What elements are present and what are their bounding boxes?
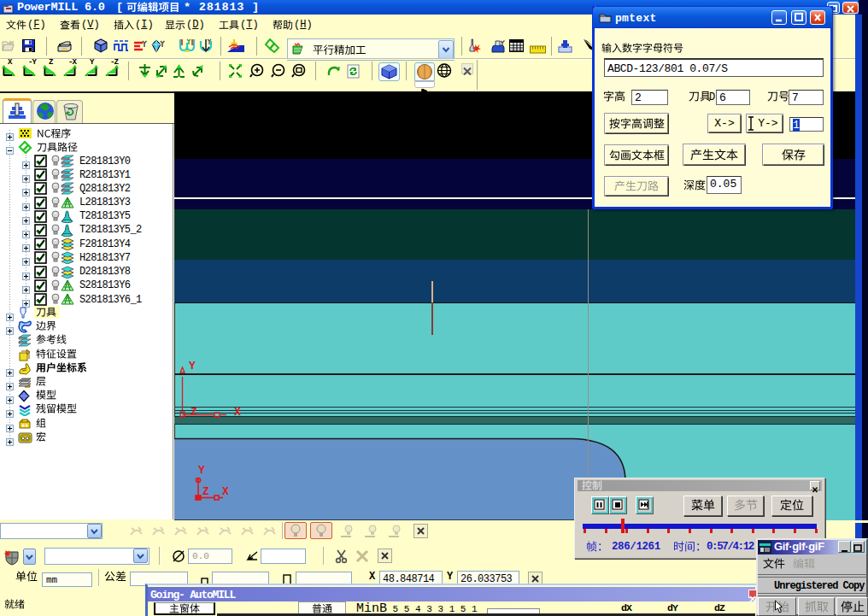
svg-text:Z: Z [202,485,209,498]
svg-text:Y: Y [198,464,205,477]
svg-text:Y: Y [189,360,196,373]
svg-text:X: X [234,406,241,419]
svg-text:Z: Z [191,406,197,419]
svg-text:X: X [222,485,229,498]
